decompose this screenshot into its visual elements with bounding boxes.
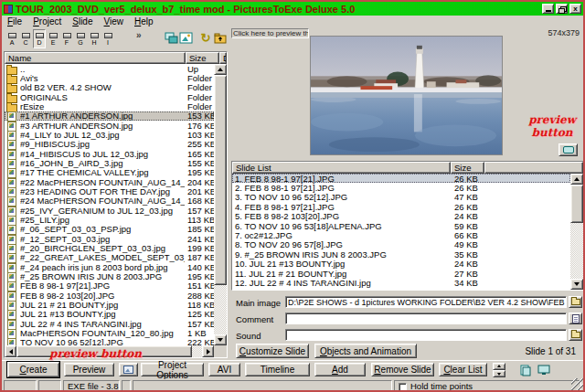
browse-sound-button[interactable] (569, 329, 582, 341)
file-row[interactable]: #_06_SEPT_03_03_PSP.jpg 185 KB (5, 225, 214, 234)
slide-row[interactable]: 10. JUL 21 #13 BOUNTY.jpg 24 KB (232, 260, 570, 269)
preview-hint-label[interactable]: Click here to preview the slide (231, 28, 309, 38)
file-row[interactable]: #25_LILY.jpg 113 KB (5, 215, 214, 224)
create-button[interactable]: Create (7, 362, 59, 377)
slide-row[interactable]: 8. TO NOV 20 96 57[8].JPG 49 KB (232, 240, 570, 249)
restore-button[interactable] (556, 4, 568, 14)
customize-slide-button[interactable]: Customize Slide (236, 344, 309, 358)
file-row[interactable]: #_12_SEPT_03_03.jpg 241 KB (5, 234, 214, 243)
scroll-up-button[interactable] (214, 64, 227, 75)
drive-button[interactable]: I (101, 29, 114, 48)
hold-time-points-checkbox[interactable] (399, 383, 407, 391)
file-row[interactable]: JUL 21 # 21 BOUNTY.jpg 118 KB (5, 300, 214, 309)
file-row[interactable]: #4_LILY to JUL 12_03.jpg 103 KB (5, 130, 214, 139)
minimize-button[interactable] (542, 4, 554, 14)
scroll-thumb[interactable] (570, 185, 583, 223)
toolbar-overflow-chevron[interactable]: » (136, 30, 142, 40)
slide-row[interactable]: 9. #_25 BROWN IRIS JUN 8 2003.JPG 35 KB (232, 249, 570, 259)
slide-row[interactable]: 2. FEB 8 98-1 97[21].JPG 26 KB (232, 183, 570, 192)
browse-image-button[interactable] (569, 296, 582, 308)
folder-tree-icon[interactable] (164, 30, 178, 45)
file-row[interactable]: JUL 22 # 4 INS TARANGINI.jpg 157 KB (5, 319, 214, 328)
slide-row[interactable]: 11. JUL 21 # 21 BOUNTY.jpg 27 KB (232, 269, 570, 278)
file-row[interactable]: #_20_BIRCHGLEN_SEPT_03_03.jpg 199 KB (5, 243, 214, 252)
column-header-name[interactable]: Name (5, 52, 186, 64)
menu-item[interactable]: Help (129, 16, 159, 27)
preview-button[interactable]: Preview (64, 363, 114, 376)
file-row[interactable]: Avi's Folder (5, 73, 214, 82)
file-row[interactable]: #24 MacPHERSON FOUNTAIN_AUG_14_2003 _100… (5, 196, 214, 206)
drive-button[interactable]: C (19, 29, 32, 48)
monitor-icon[interactable] (536, 364, 551, 376)
menu-item[interactable]: File (2, 16, 27, 27)
file-row[interactable]: JUL 21 #13 BOUNTY.jpg 125 KB (5, 310, 214, 319)
column-header-size[interactable]: Size (186, 52, 219, 64)
file-row[interactable]: #23 HEADING OUT FOR THE DAY.jpg 201 KB (5, 186, 214, 196)
remove-slide-button[interactable]: Remove Slide (371, 363, 434, 376)
scroll-thumb[interactable] (214, 75, 227, 285)
drive-button[interactable]: A (5, 29, 18, 48)
menu-item[interactable]: Slide (67, 16, 98, 27)
slide-list-scrollbar[interactable] (570, 174, 583, 290)
file-row[interactable]: .. Up (5, 64, 214, 73)
refresh-icon[interactable]: ↻ (198, 30, 213, 45)
copy-slide-icon[interactable] (517, 364, 533, 376)
column-header-date[interactable]: D (219, 52, 227, 64)
column-header-size[interactable]: Size (451, 162, 484, 174)
file-row[interactable]: #25_IVY_GERANIUM to JUL 12_03.jpg 157 KB (5, 206, 214, 215)
preview-slide-button[interactable] (558, 143, 578, 156)
avi-button[interactable]: AVI (208, 363, 240, 376)
file-row[interactable]: TO NOV 10 96 52[12].JPG 222 KB (5, 338, 214, 345)
file-row[interactable]: FEB 8 98-1 97[21].JPG 151 KB (5, 281, 214, 291)
folder-up-icon[interactable] (213, 30, 228, 45)
file-row[interactable]: #17 THE CHEMICAL VALLEY.jpg 195 KB (5, 168, 214, 177)
quick-preview-button[interactable] (119, 363, 138, 376)
slide-row[interactable]: 5. FEB 8 98-2 103[20].JPG 24 KB (232, 212, 570, 221)
file-row[interactable]: #_22_GREAT_LAKES_MODEL_SEPT_03_03_R.jpg … (5, 253, 214, 262)
file-row[interactable]: FEB 8 98-2 103[20].JPG 288 KB (5, 291, 214, 300)
clear-list-button[interactable]: Clear List (439, 363, 487, 376)
comment-button[interactable] (569, 313, 582, 324)
slide-row[interactable]: 1. FEB 8 98-1 97[21].JPG 26 KB (232, 174, 570, 183)
scroll-right-button[interactable] (202, 345, 214, 357)
scroll-left-button[interactable] (5, 345, 16, 357)
file-row[interactable]: #9_HIBISCUS.jpg 255 KB (5, 140, 214, 149)
file-row[interactable]: #_24 peach iris jun 8 2003 bord pb.jpg 1… (5, 262, 214, 271)
drive-button[interactable]: E (47, 29, 59, 48)
file-row[interactable]: ORIGINALS Folder (5, 92, 214, 101)
resize-grip[interactable] (571, 378, 583, 390)
file-row[interactable]: #14_HIBISCUS to JUL 12_03.jpg 165 KB (5, 149, 214, 158)
main-image-input[interactable]: D:\P2E SHOWS - d 1pictures WORKING FOLDE… (285, 296, 567, 308)
menu-item[interactable]: View (99, 16, 130, 27)
drive-button[interactable]: F (60, 29, 73, 48)
file-row[interactable]: #22 MacPHERSON FOUNTAIN_AUG_14_2003.jpg … (5, 177, 214, 186)
file-row[interactable]: #_25 BROWN IRIS JUN 8 2003.JPG 195 KB (5, 271, 214, 281)
sound-input[interactable] (285, 329, 567, 341)
timeline-button[interactable]: Timeline (245, 363, 310, 376)
scroll-up-button[interactable] (570, 174, 583, 185)
slide-row[interactable]: 6. TO NOV 10 96 53[18]ALPENA.JPG 59 KB (232, 221, 570, 230)
spinner-up-button[interactable] (493, 363, 505, 370)
file-row[interactable]: rEsize Folder (5, 101, 214, 111)
add-button[interactable]: Add (314, 363, 366, 376)
slide-row[interactable]: 3. TO NOV 10 96 52[12].JPG 47 KB (232, 193, 570, 202)
column-header-slide-list[interactable]: Slide List (232, 162, 451, 174)
file-row[interactable]: #1 ARTHUR ANDERSON.jpg 153 KB (5, 111, 214, 121)
drive-button[interactable]: G (74, 29, 87, 48)
preview-photo[interactable] (310, 36, 503, 155)
thumbnail-view-icon[interactable] (178, 30, 193, 45)
comment-input[interactable] (285, 313, 567, 324)
file-row[interactable]: #3 ARTHUR ANDERSON.jpg 176 KB (5, 121, 214, 130)
project-options-button[interactable]: Project Options (141, 363, 204, 376)
file-list-vertical-scrollbar[interactable] (214, 64, 227, 345)
objects-animation-button[interactable]: Objects and Animation (314, 344, 417, 358)
scroll-down-button[interactable] (570, 279, 583, 290)
file-row[interactable]: #16_JOHN_B_AIRD_3.jpg 155 KB (5, 158, 214, 167)
slide-row[interactable]: 4. FEB 8 98-1 97[21].JPG 26 KB (232, 202, 570, 211)
slide-row[interactable]: 7. oc2#12.JPG 66 KB (232, 230, 570, 239)
menu-item[interactable]: Project (27, 16, 67, 27)
drive-button[interactable]: H (88, 29, 101, 48)
slide-row[interactable]: 12. JUL 22 # 4 INS TARANGINI.jpg 34 KB (232, 278, 570, 287)
file-row[interactable]: old B2 VER. 4.2 SHOW Folder (5, 83, 214, 92)
spinner-down-button[interactable] (493, 370, 505, 377)
